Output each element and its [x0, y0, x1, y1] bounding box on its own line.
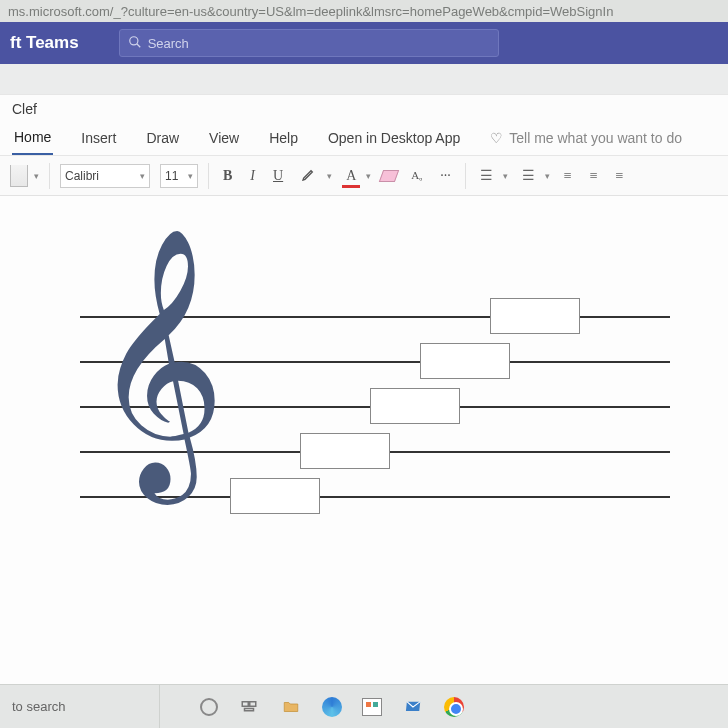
more-formatting-button[interactable]: ··· [436, 166, 455, 186]
bullet-list-button[interactable]: ☰ [476, 165, 497, 186]
task-view-icon[interactable] [238, 696, 260, 718]
teams-search-input[interactable]: Search [119, 29, 499, 57]
teams-app-title: ft Teams [10, 33, 79, 53]
answer-box[interactable] [420, 343, 510, 379]
svg-line-1 [136, 43, 140, 47]
underline-button[interactable]: U [269, 166, 287, 186]
italic-button[interactable]: I [246, 166, 259, 186]
answer-box[interactable] [490, 298, 580, 334]
chevron-down-icon[interactable]: ▾ [327, 171, 332, 181]
taskbar-tray [160, 696, 464, 718]
taskbar-search-input[interactable]: to search [0, 685, 160, 728]
lightbulb-icon: ♡ [490, 130, 503, 146]
numbered-list-button[interactable]: ☰ [518, 165, 539, 186]
open-in-desktop-button[interactable]: Open in Desktop App [326, 126, 462, 154]
chrome-browser-icon[interactable] [444, 697, 464, 717]
taskbar-search-placeholder: to search [12, 699, 65, 714]
pen-button[interactable] [297, 164, 321, 188]
align-button[interactable]: ≡ [612, 166, 628, 186]
svg-rect-3 [250, 701, 256, 706]
file-explorer-icon[interactable] [280, 696, 302, 718]
tab-view[interactable]: View [207, 126, 241, 154]
edge-browser-icon[interactable] [322, 697, 342, 717]
mail-icon[interactable] [401, 696, 425, 718]
increase-indent-button[interactable]: ≡ [586, 166, 602, 186]
svg-rect-4 [245, 708, 254, 710]
font-size-value: 11 [165, 169, 178, 183]
ribbon-tabs: Home Insert Draw View Help Open in Deskt… [0, 119, 728, 156]
font-family-select[interactable]: Calibri ▾ [60, 164, 150, 188]
clear-formatting-button[interactable] [379, 170, 399, 182]
chevron-down-icon[interactable]: ▾ [545, 171, 550, 181]
cortana-icon[interactable] [200, 698, 218, 716]
search-icon [128, 35, 142, 52]
answer-box[interactable] [230, 478, 320, 514]
separator [465, 163, 466, 189]
chevron-down-icon[interactable]: ▾ [503, 171, 508, 181]
font-size-select[interactable]: 11 ▾ [160, 164, 198, 188]
music-staff: 𝄞 [80, 276, 670, 516]
decrease-indent-button[interactable]: ≡ [560, 166, 576, 186]
separator [208, 163, 209, 189]
svg-rect-2 [242, 701, 248, 706]
document-canvas[interactable]: 𝄞 [0, 196, 728, 702]
windows-taskbar: to search [0, 684, 728, 728]
separator [49, 163, 50, 189]
formatting-toolbar: ▾ Calibri ▾ 11 ▾ B I U ▾ A ▾ Aᵅ ··· ☰ ▾ … [0, 156, 728, 196]
browser-url-bar: ms.microsoft.com/_?culture=en-us&country… [0, 0, 728, 22]
font-family-value: Calibri [65, 169, 99, 183]
tab-draw[interactable]: Draw [144, 126, 181, 154]
treble-clef-icon: 𝄞 [90, 246, 226, 476]
gap [0, 64, 728, 94]
tab-home[interactable]: Home [12, 125, 53, 155]
teams-header: ft Teams Search [0, 22, 728, 64]
microsoft-store-icon[interactable] [362, 698, 382, 716]
chevron-down-icon[interactable]: ▾ [366, 171, 371, 181]
chevron-down-icon: ▾ [140, 171, 145, 181]
staff-line [80, 496, 670, 498]
styles-button[interactable]: Aᵅ [407, 165, 426, 187]
tell-me-placeholder: Tell me what you want to do [509, 130, 682, 146]
search-placeholder: Search [148, 36, 189, 51]
tell-me-input[interactable]: ♡ Tell me what you want to do [488, 126, 684, 154]
chevron-down-icon[interactable]: ▾ [34, 171, 39, 181]
answer-box[interactable] [370, 388, 460, 424]
font-color-button[interactable]: A [342, 166, 360, 186]
chevron-down-icon: ▾ [188, 171, 193, 181]
answer-box[interactable] [300, 433, 390, 469]
tab-help[interactable]: Help [267, 126, 300, 154]
bold-button[interactable]: B [219, 166, 236, 186]
document-title: Clef [0, 94, 728, 119]
tab-insert[interactable]: Insert [79, 126, 118, 154]
paste-button[interactable] [10, 165, 28, 187]
svg-point-0 [129, 36, 137, 44]
